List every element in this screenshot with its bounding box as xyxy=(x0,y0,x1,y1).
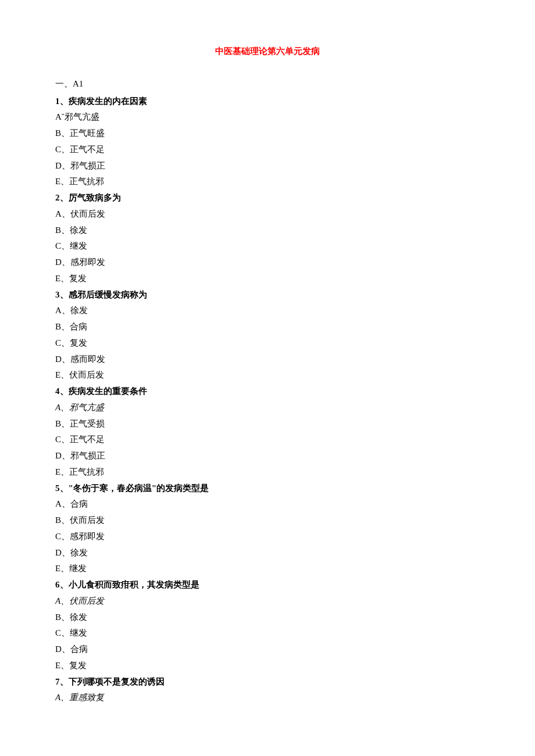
section-header: 一、A1 xyxy=(55,76,480,92)
option-a: A、伏而后发 xyxy=(55,206,480,223)
question-4: 4、疾病发生的重要条件 A、邪气亢盛 B、正气受损 C、正气不足 D、邪气损正 … xyxy=(55,384,480,481)
question-stem: 1、疾病发生的内在因素 xyxy=(55,94,480,110)
option-a: A、邪气亢盛 xyxy=(55,400,480,416)
question-stem: 7、下列哪项不是复发的诱因 xyxy=(55,674,480,690)
option-d: D、感而即发 xyxy=(55,352,480,368)
option-c: C、正气不足 xyxy=(55,432,480,448)
option-c: C、复发 xyxy=(55,335,480,352)
option-d: D、徐发 xyxy=(55,545,480,561)
option-c: C、感邪即发 xyxy=(55,529,480,545)
option-c: C、继发 xyxy=(55,238,480,255)
option-d: D、感邪即发 xyxy=(55,255,480,271)
question-7: 7、下列哪项不是复发的诱因 A、重感致复 xyxy=(55,674,480,707)
option-c: C、继发 xyxy=(55,625,480,642)
question-3: 3、感邪后缓慢发病称为 A、徐发 B、合病 C、复发 D、感而即发 E、伏而后发 xyxy=(55,287,480,384)
question-stem: 6、小儿食积而致疳积，其发病类型是 xyxy=(55,577,480,593)
option-a: A、徐发 xyxy=(55,303,480,319)
option-d: D、合病 xyxy=(55,642,480,658)
option-b: B、正气受损 xyxy=(55,416,480,432)
option-b: B、正气旺盛 xyxy=(55,126,480,142)
question-stem: 5、"冬伤于寒，春必病温"的发病类型是 xyxy=(55,481,480,497)
question-2: 2、厉气致病多为 A、伏而后发 B、徐发 C、继发 D、感邪即发 E、复发 xyxy=(55,190,480,287)
option-a: A、伏而后发 xyxy=(55,593,480,610)
option-a: A、合病 xyxy=(55,496,480,513)
question-stem: 3、感邪后缓慢发病称为 xyxy=(55,287,480,303)
option-a: A、重感致复 xyxy=(55,690,480,706)
option-e: E、正气抗邪 xyxy=(55,464,480,481)
question-stem: 2、厉气致病多为 xyxy=(55,190,480,206)
option-b: B、合病 xyxy=(55,319,480,335)
option-b: B、伏而后发 xyxy=(55,513,480,529)
option-e: E、复发 xyxy=(55,658,480,674)
option-d: D、邪气损正 xyxy=(55,158,480,174)
document-title: 中医基础理论第六单元发病 xyxy=(55,44,480,60)
option-e: E、继发 xyxy=(55,561,480,577)
option-a: Aˆ邪气亢盛 xyxy=(55,109,480,126)
option-b: B、徐发 xyxy=(55,223,480,239)
question-1: 1、疾病发生的内在因素 Aˆ邪气亢盛 B、正气旺盛 C、正气不足 D、邪气损正 … xyxy=(55,94,480,191)
question-5: 5、"冬伤于寒，春必病温"的发病类型是 A、合病 B、伏而后发 C、感邪即发 D… xyxy=(55,481,480,578)
option-e: E、复发 xyxy=(55,271,480,287)
option-d: D、邪气损正 xyxy=(55,448,480,464)
option-b: B、徐发 xyxy=(55,610,480,626)
option-e: E、正气抗邪 xyxy=(55,174,480,190)
question-6: 6、小儿食积而致疳积，其发病类型是 A、伏而后发 B、徐发 C、继发 D、合病 … xyxy=(55,577,480,674)
option-c: C、正气不足 xyxy=(55,142,480,158)
option-e: E、伏而后发 xyxy=(55,367,480,384)
question-stem: 4、疾病发生的重要条件 xyxy=(55,384,480,400)
